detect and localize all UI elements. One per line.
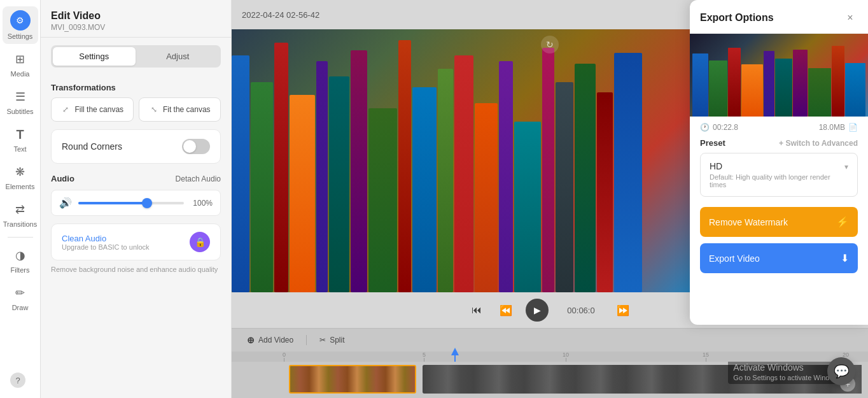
tab-adjust[interactable]: Adjust bbox=[137, 47, 220, 66]
export-meta: 🕐 00:22.8 18.0MB 📄 bbox=[690, 117, 868, 138]
settings-icon: ⚙ bbox=[10, 10, 31, 31]
round-corners-label: Round Corners bbox=[62, 141, 122, 152]
clean-audio-info: Clean Audio Upgrade to BASIC to unlock bbox=[62, 234, 150, 251]
text-icon: T bbox=[11, 125, 29, 143]
filters-icon: ◑ bbox=[11, 246, 29, 264]
edit-panel: Edit Video MVI_0093.MOV Settings Adjust … bbox=[41, 0, 232, 398]
sidebar-item-draw[interactable]: ✏ Draw bbox=[3, 280, 38, 315]
volume-percentage: 100% bbox=[190, 199, 213, 208]
sidebar-item-text[interactable]: T Text bbox=[3, 122, 38, 157]
ruler-mark-15: 15 bbox=[703, 352, 709, 362]
rewind-button[interactable]: ⏪ bbox=[496, 301, 515, 320]
clock-icon: 🕐 bbox=[700, 123, 710, 132]
preset-label-row: Preset + Switch to Advanced bbox=[690, 138, 868, 153]
preset-name: HD bbox=[710, 161, 844, 171]
sidebar-item-label: Settings bbox=[8, 32, 33, 40]
fit-canvas-icon: ⤡ bbox=[149, 104, 159, 115]
audio-title: Audio bbox=[51, 174, 74, 183]
file-icon: 📄 bbox=[848, 123, 858, 132]
download-icon: ⬇ bbox=[841, 252, 849, 264]
sidebar-item-label: Media bbox=[11, 70, 30, 78]
audio-volume-row: 🔊 100% bbox=[51, 190, 221, 216]
sidebar-item-media[interactable]: ⊞ Media bbox=[3, 46, 38, 82]
chevron-down-icon: ▾ bbox=[844, 162, 848, 171]
clip-thumbnail bbox=[290, 366, 415, 392]
selected-clip[interactable] bbox=[289, 365, 416, 394]
export-thumbnail bbox=[690, 34, 868, 117]
sidebar-item-label: Transitions bbox=[3, 220, 37, 228]
main-area: 2022-04-24 02-56-42 ← → Save... bbox=[232, 0, 868, 398]
split-icon: ✂ bbox=[319, 336, 326, 345]
export-video-button[interactable]: Export Video ⬇ bbox=[700, 243, 858, 273]
sidebar-item-settings[interactable]: ⚙ Settings bbox=[3, 6, 38, 44]
sidebar-item-label: Filters bbox=[11, 266, 30, 274]
volume-fill bbox=[78, 202, 147, 204]
export-title: Export Options bbox=[700, 12, 774, 24]
sidebar-item-subtitles[interactable]: ☰ Subtitles bbox=[3, 84, 38, 119]
tab-row: Settings Adjust bbox=[51, 45, 221, 68]
preset-label: Preset bbox=[700, 138, 725, 148]
volume-thumb bbox=[142, 198, 152, 208]
timeline: ⊕ Add Video ✂ Split 0 5 10 bbox=[232, 328, 868, 398]
split-button[interactable]: ✂ Split bbox=[314, 333, 349, 347]
clean-audio-subtitle: Upgrade to BASIC to unlock bbox=[62, 243, 150, 251]
fill-canvas-button[interactable]: ⤢ Fill the canvas bbox=[51, 97, 134, 122]
clean-audio-row: Clean Audio Upgrade to BASIC to unlock 🔒 bbox=[51, 224, 221, 260]
sidebar-item-label: Text bbox=[13, 145, 26, 153]
fill-canvas-icon: ⤢ bbox=[60, 104, 71, 115]
media-icon: ⊞ bbox=[11, 50, 29, 68]
sidebar: ⚙ Settings ⊞ Media ☰ Subtitles T Text ❋ … bbox=[0, 0, 41, 398]
sidebar-item-filters[interactable]: ◑ Filters bbox=[3, 243, 38, 278]
preset-description: Default: High quality with longer render… bbox=[710, 173, 844, 188]
fast-forward-button[interactable]: ⏩ bbox=[613, 301, 633, 320]
export-size: 18.0MB 📄 bbox=[819, 123, 858, 132]
tab-settings[interactable]: Settings bbox=[53, 47, 136, 66]
edit-panel-header: Edit Video MVI_0093.MOV bbox=[41, 0, 231, 38]
transitions-icon: ⇄ bbox=[11, 201, 29, 218]
round-corners-toggle[interactable] bbox=[182, 139, 210, 154]
plus-icon: ⊕ bbox=[247, 335, 255, 345]
sync-icon: ↻ bbox=[541, 36, 559, 53]
volume-slider[interactable] bbox=[78, 202, 184, 204]
transform-buttons: ⤢ Fill the canvas ⤡ Fit the canvas bbox=[51, 97, 221, 122]
time-display: 00:06:0 bbox=[559, 306, 603, 315]
fit-canvas-button[interactable]: ⤡ Fit the canvas bbox=[139, 97, 221, 122]
toolbar-separator bbox=[306, 335, 307, 345]
skip-back-button[interactable]: ⏮ bbox=[467, 301, 486, 320]
add-video-button[interactable]: ⊕ Add Video bbox=[242, 332, 298, 348]
sidebar-item-transitions[interactable]: ⇄ Transitions bbox=[3, 197, 38, 232]
sidebar-item-elements[interactable]: ❋ Elements bbox=[3, 159, 38, 194]
export-header: Export Options × bbox=[690, 0, 868, 34]
ruler-mark-0: 0 bbox=[283, 352, 286, 362]
clip-thumbnail bbox=[423, 365, 862, 394]
export-duration: 🕐 00:22.8 bbox=[700, 123, 738, 132]
export-options-panel: Export Options × bbox=[690, 0, 868, 325]
page-title: Edit Video bbox=[51, 10, 221, 22]
clean-audio-title: Clean Audio bbox=[62, 234, 150, 243]
preset-info: HD Default: High quality with longer ren… bbox=[710, 161, 844, 188]
switch-advanced-button[interactable]: + Switch to Advanced bbox=[779, 139, 858, 148]
sidebar-divider bbox=[8, 237, 33, 238]
round-corners-row: Round Corners bbox=[51, 129, 221, 164]
playhead[interactable] bbox=[454, 352, 456, 362]
remove-watermark-button[interactable]: Remove Watermark ⚡ bbox=[700, 207, 858, 237]
chat-bubble[interactable]: 💬 bbox=[827, 357, 855, 385]
main-clip[interactable] bbox=[423, 365, 862, 394]
sidebar-item-label: Elements bbox=[6, 183, 35, 190]
timeline-ruler: 0 5 10 15 20 bbox=[232, 352, 868, 362]
play-button[interactable]: ▶ bbox=[526, 299, 549, 322]
elements-icon: ❋ bbox=[11, 163, 29, 181]
ruler-mark-5: 5 bbox=[423, 352, 426, 362]
preset-select-box[interactable]: HD Default: High quality with longer ren… bbox=[700, 153, 858, 197]
sidebar-item-label: Subtitles bbox=[6, 108, 33, 115]
help-button[interactable]: ? bbox=[10, 373, 25, 388]
filename: MVI_0093.MOV bbox=[51, 23, 221, 32]
lightning-icon: ⚡ bbox=[836, 216, 849, 228]
detach-audio-button[interactable]: Detach Audio bbox=[176, 174, 221, 183]
audio-description: Remove background noise and enhance audi… bbox=[51, 266, 221, 273]
subtitles-icon: ☰ bbox=[11, 88, 29, 106]
volume-icon: 🔊 bbox=[59, 197, 72, 209]
close-button[interactable]: × bbox=[843, 10, 858, 25]
video-timestamp: 2022-04-24 02-56-42 bbox=[242, 10, 319, 20]
lock-icon[interactable]: 🔒 bbox=[190, 232, 210, 252]
